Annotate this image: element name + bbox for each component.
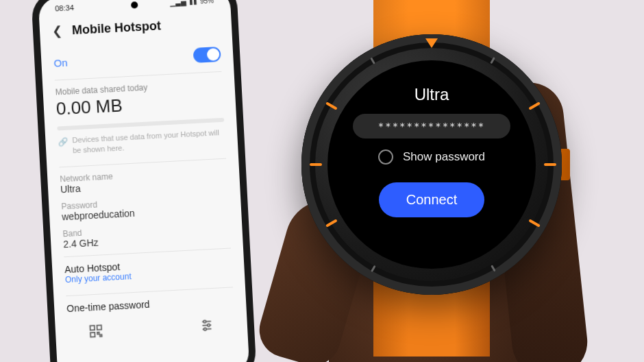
- battery-text: 95%: [200, 0, 214, 5]
- wifi-icon: ▁▃▅: [170, 0, 187, 6]
- connect-button[interactable]: Connect: [379, 182, 485, 217]
- watch-screen: Ultra *************** Show password Conn…: [327, 60, 536, 269]
- page-title: Mobile Hotspot: [71, 19, 161, 38]
- password-input[interactable]: ***************: [353, 114, 510, 138]
- svg-point-6: [203, 320, 206, 323]
- wifi-network-name: Ultra: [414, 85, 449, 104]
- link-icon: 🔗: [58, 136, 69, 149]
- auto-hotspot-row[interactable]: Auto Hotspot Only your account: [64, 255, 232, 285]
- configure-icon[interactable]: [199, 317, 214, 336]
- hint-text: Devices that use data from your Hotspot …: [72, 128, 225, 156]
- bezel-top-marker-icon: [425, 38, 438, 48]
- back-icon[interactable]: ❮: [52, 23, 63, 39]
- divider: [64, 248, 231, 257]
- show-password-row[interactable]: Show password: [378, 149, 485, 165]
- svg-rect-0: [90, 326, 95, 330]
- toggle-switch[interactable]: [193, 47, 221, 63]
- band-row[interactable]: Band 2.4 GHz: [62, 220, 230, 250]
- bottom-action-bar: [67, 313, 235, 343]
- network-name-row[interactable]: Network name Ultra: [60, 165, 227, 195]
- svg-rect-4: [100, 335, 102, 337]
- one-time-password-row[interactable]: One-time password: [66, 294, 234, 314]
- svg-point-8: [208, 324, 210, 326]
- show-password-checkbox[interactable]: [378, 149, 393, 165]
- phone-device: 08:34 ▁▃▅ ▮▮ 95% ❮ Mobile Hotspot On Mob…: [31, 0, 257, 362]
- svg-rect-1: [97, 325, 101, 330]
- status-icons: ▁▃▅ ▮▮ 95%: [170, 0, 214, 6]
- svg-rect-3: [97, 332, 99, 334]
- usage-hint: 🔗 Devices that use data from your Hotspo…: [58, 128, 225, 158]
- divider: [59, 158, 226, 167]
- watch-bezel: Ultra *************** Show password Conn…: [301, 34, 562, 295]
- data-usage-block: Mobile data shared today 0.00 MB 🔗 Devic…: [55, 79, 225, 157]
- toggle-label: On: [53, 56, 68, 69]
- svg-rect-2: [90, 333, 95, 337]
- divider: [66, 287, 233, 296]
- qr-code-icon[interactable]: [88, 323, 103, 341]
- status-time: 08:34: [55, 3, 74, 12]
- show-password-label: Show password: [403, 150, 485, 164]
- watch-device: Ultra *************** Show password Conn…: [301, 34, 562, 295]
- svg-point-10: [203, 328, 206, 330]
- password-row[interactable]: Password webproeducation: [61, 193, 229, 222]
- signal-icon: ▮▮: [189, 0, 198, 5]
